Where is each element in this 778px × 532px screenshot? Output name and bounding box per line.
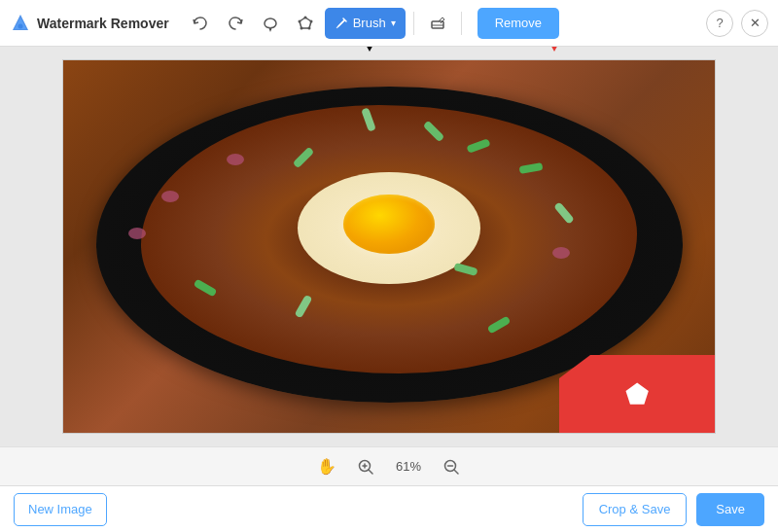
brush-dropdown-arrow: ▾: [391, 18, 396, 28]
eraser-tool-button[interactable]: [422, 8, 453, 39]
zoom-out-button[interactable]: [438, 453, 465, 480]
black-arrow-indicator: [350, 47, 389, 54]
bottom-bar: New Image Crop & Save Save: [0, 485, 778, 532]
close-button[interactable]: ✕: [741, 10, 768, 37]
svg-marker-13: [358, 47, 381, 52]
svg-line-17: [369, 470, 372, 474]
svg-point-6: [307, 26, 310, 29]
crop-save-button[interactable]: Crop & Save: [583, 493, 688, 526]
polygon-tool-button[interactable]: [290, 8, 321, 39]
new-image-button[interactable]: New Image: [14, 493, 107, 526]
hand-icon: ✋: [317, 457, 336, 476]
food-image[interactable]: ⬟: [62, 59, 716, 434]
red-arrow-indicator: [535, 47, 574, 54]
undo-button[interactable]: [185, 8, 216, 39]
help-icon: ?: [716, 16, 723, 30]
remove-label: Remove: [495, 16, 542, 30]
crop-save-label: Crop & Save: [599, 502, 671, 516]
onion-piece: [227, 154, 244, 165]
hand-tool-button[interactable]: ✋: [313, 453, 340, 480]
svg-point-4: [303, 16, 306, 18]
lasso-tool-button[interactable]: [255, 8, 286, 39]
app-title: Watermark Remover: [37, 16, 169, 31]
watermark-overlay: ⬟: [559, 355, 715, 433]
egg-yolk: [343, 195, 435, 254]
save-label: Save: [716, 502, 745, 516]
svg-marker-15: [543, 47, 566, 52]
remove-button[interactable]: Remove: [477, 8, 559, 39]
app-logo-icon: [10, 13, 31, 34]
svg-point-2: [18, 23, 23, 28]
onion-piece: [161, 191, 179, 202]
window-controls: ? ✕: [706, 10, 768, 37]
toolbar-separator-2: [461, 12, 462, 35]
watermark-icon: ⬟: [625, 378, 649, 410]
title-bar: Watermark Remover: [0, 0, 778, 47]
svg-point-7: [300, 26, 302, 29]
new-image-label: New Image: [28, 502, 92, 516]
svg-line-21: [454, 470, 458, 474]
bottom-right-buttons: Crop & Save Save: [583, 493, 764, 526]
app-logo: Watermark Remover: [10, 13, 169, 34]
help-button[interactable]: ?: [706, 10, 733, 37]
zoom-in-button[interactable]: [352, 453, 379, 480]
toolbar: Brush ▾ Remove: [185, 8, 706, 39]
save-button[interactable]: Save: [696, 493, 764, 526]
toolbar-separator: [413, 12, 414, 35]
svg-point-8: [298, 19, 301, 22]
onion-piece: [552, 247, 570, 259]
brush-tool-button[interactable]: Brush ▾: [325, 8, 406, 39]
zoom-level: 61%: [391, 459, 426, 474]
redo-button[interactable]: [220, 8, 251, 39]
zoom-bar: ✋ 61%: [0, 446, 778, 485]
main-canvas-area: ⬟: [0, 47, 778, 446]
image-container: ⬟: [62, 59, 716, 434]
brush-label: Brush: [353, 16, 386, 30]
svg-point-5: [309, 19, 312, 22]
close-icon: ✕: [750, 16, 760, 30]
